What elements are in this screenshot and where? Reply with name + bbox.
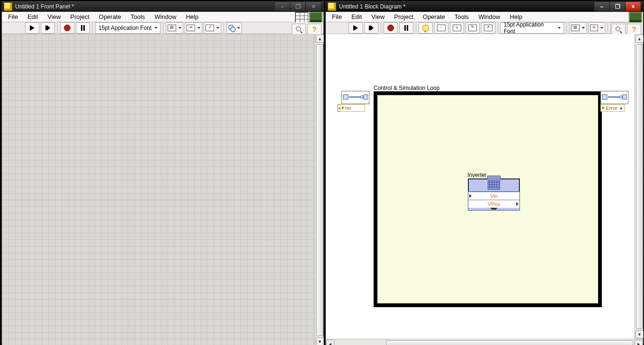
sim-input-node[interactable] — [341, 91, 369, 104]
bd-step-out-button[interactable]: ↗ — [481, 22, 495, 34]
bd-run-button[interactable] — [349, 22, 363, 34]
bd-help-button[interactable]: ? — [627, 24, 641, 35]
fp-run-continuous-button[interactable] — [41, 22, 55, 34]
bd-horizontal-scrollbar[interactable]: ◄ ► — [326, 339, 643, 345]
inverter-terminal-vin-label: Vin — [490, 193, 498, 199]
bd-vertical-scrollbar[interactable]: ▲ ▼ — [635, 34, 643, 339]
sim-input-terminal[interactable]: no — [340, 104, 365, 112]
bd-distribute-menu[interactable]: ⇔ — [588, 22, 605, 34]
inverter-terminal-vpos-label: VPos — [488, 201, 500, 207]
inverter-terminal-vin[interactable]: Vin — [468, 192, 519, 200]
fp-minimize-button[interactable]: – — [274, 1, 290, 12]
fp-pause-button[interactable] — [76, 22, 90, 34]
fp-menu-window[interactable]: Window — [150, 12, 180, 22]
inverter-icon — [468, 179, 519, 192]
fp-menu-operate[interactable]: Operate — [95, 12, 125, 22]
front-panel-menubar: File Edit View Project Operate Tools Win… — [2, 12, 323, 22]
fp-menu-project[interactable]: Project — [66, 12, 93, 22]
bd-menu-operate[interactable]: Operate — [419, 12, 449, 22]
fp-abort-button[interactable] — [60, 22, 74, 34]
bd-abort-button[interactable] — [384, 22, 398, 34]
fp-help-button[interactable]: ? — [307, 24, 322, 35]
bd-retain-wires-button[interactable]: ⎓ — [434, 22, 448, 34]
fp-menu-tools[interactable]: Tools — [126, 12, 149, 22]
fp-run-button[interactable] — [25, 22, 39, 34]
fp-menu-help[interactable]: Help — [181, 12, 203, 22]
bd-align-menu[interactable]: ▤ — [569, 22, 586, 34]
bd-menu-edit[interactable]: Edit — [347, 12, 366, 22]
sim-input-terminal-label: no — [345, 105, 351, 111]
bd-menu-tools[interactable]: Tools — [450, 12, 473, 22]
bd-menu-view[interactable]: View — [367, 12, 389, 22]
block-diagram-titlebar[interactable]: Untitled 1 Block Diagram * – ❐ × — [326, 1, 643, 12]
svg-rect-5 — [623, 95, 626, 99]
bd-scroll-left-button[interactable]: ◄ — [326, 340, 334, 345]
svg-rect-0 — [343, 95, 348, 99]
bd-run-continuous-button[interactable] — [364, 22, 378, 34]
fp-align-menu[interactable]: ▤ — [166, 22, 183, 34]
fp-reorder-menu[interactable] — [226, 22, 242, 34]
fp-close-button[interactable]: × — [306, 1, 322, 12]
block-diagram-window: Untitled 1 Block Diagram * – ❐ × File Ed… — [325, 1, 644, 344]
bd-search-button[interactable] — [611, 24, 626, 35]
front-panel-toolbar: 15pt Application Font ▤ ⇔ ⤢ ? — [2, 22, 323, 34]
inverter-resize-handle[interactable] — [468, 208, 519, 210]
bd-maximize-button[interactable]: ❐ — [610, 1, 626, 12]
fp-menu-edit[interactable]: Edit — [23, 12, 42, 22]
bd-menu-file[interactable]: File — [328, 12, 346, 22]
inverter-terminal-vpos[interactable]: VPos — [468, 200, 519, 208]
front-panel-titlebar[interactable]: Untitled 1 Front Panel * – ❐ × — [2, 1, 323, 12]
block-diagram-title: Untitled 1 Block Diagram * — [339, 3, 591, 10]
front-panel-window: Untitled 1 Front Panel * – ❐ × File Edit… — [1, 1, 324, 344]
vi-file-icon — [4, 2, 12, 11]
sim-loop-label: Control & Simulation Loop — [374, 85, 439, 91]
inverter-connector-icon — [487, 176, 501, 179]
block-diagram-menubar: File Edit View Project Operate Tools Win… — [326, 12, 643, 22]
svg-point-4 — [619, 96, 622, 98]
front-panel-canvas[interactable] — [2, 34, 315, 345]
fp-vertical-scrollbar[interactable]: ▲ ▼ — [315, 34, 323, 345]
block-diagram-canvas-wrap: Control & Simulation Loop ▸?! no Error ▸… — [326, 34, 643, 339]
block-diagram-canvas[interactable]: Control & Simulation Loop ▸?! no Error ▸… — [326, 34, 635, 339]
bd-step-over-button[interactable]: ↷ — [465, 22, 480, 34]
sim-output-terminal[interactable]: Error ▸ — [600, 104, 625, 112]
vi-icon[interactable] — [629, 12, 642, 23]
bd-menu-help[interactable]: Help — [505, 12, 527, 22]
connector-pane-icon[interactable] — [295, 12, 308, 23]
bd-scroll-right-button[interactable]: ► — [635, 340, 643, 345]
fp-scroll-down-button[interactable]: ▼ — [316, 337, 324, 345]
bd-menu-project[interactable]: Project — [390, 12, 417, 22]
bd-menu-window[interactable]: Window — [474, 12, 504, 22]
fp-maximize-button[interactable]: ❐ — [290, 1, 306, 12]
fp-menu-file[interactable]: File — [4, 12, 22, 22]
bd-scroll-up-button[interactable]: ▲ — [635, 35, 644, 43]
fp-scroll-up-button[interactable]: ▲ — [316, 35, 324, 43]
fp-distribute-menu[interactable]: ⇔ — [185, 22, 202, 34]
bd-scroll-down-button[interactable]: ▼ — [635, 330, 644, 338]
fp-resize-menu[interactable]: ⤢ — [204, 22, 221, 34]
svg-rect-2 — [364, 95, 367, 99]
fp-search-button[interactable] — [292, 24, 306, 35]
front-panel-canvas-wrap: ▲ ▼ — [2, 34, 323, 345]
fp-font-selector-label: 15pt Application Font — [98, 25, 152, 31]
sim-output-node[interactable] — [600, 91, 628, 104]
vi-icon[interactable] — [309, 12, 322, 23]
bd-font-selector[interactable]: 15pt Application Font — [501, 22, 564, 34]
bd-minimize-button[interactable]: – — [594, 1, 610, 12]
bd-highlight-button[interactable] — [419, 22, 433, 34]
svg-point-1 — [360, 96, 363, 98]
fp-font-selector[interactable]: 15pt Application Font — [95, 22, 161, 34]
bd-close-button[interactable]: × — [626, 1, 641, 12]
inverter-node[interactable]: Vin VPos — [468, 178, 520, 211]
bd-step-into-button[interactable]: ↘ — [450, 22, 464, 34]
fp-menu-view[interactable]: View — [43, 12, 65, 22]
block-diagram-toolbar: ⎓ ↘ ↷ ↗ 15pt Application Font ▤ ⇔ ✧ ? — [326, 22, 643, 34]
front-panel-title: Untitled 1 Front Panel * — [15, 3, 271, 10]
vi-file-icon — [328, 2, 336, 11]
inverter-label: Inverter — [467, 172, 487, 178]
sim-output-terminal-label: Error — [606, 105, 617, 111]
bd-font-selector-label: 15pt Application Font — [504, 21, 555, 35]
svg-rect-3 — [602, 95, 607, 99]
bd-pause-button[interactable] — [399, 22, 413, 34]
